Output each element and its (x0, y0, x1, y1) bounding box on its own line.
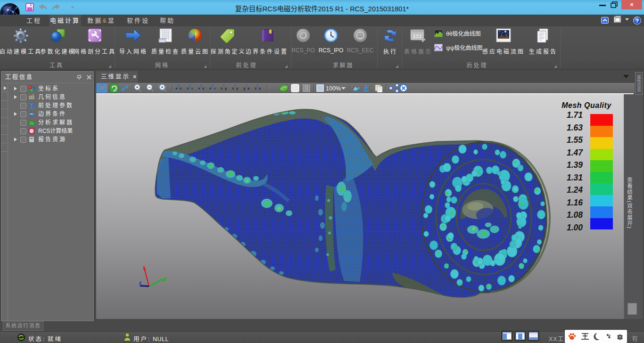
svg-text:y: y (256, 83, 259, 87)
svg-text:z: z (139, 280, 141, 285)
svg-text:y: y (189, 83, 191, 87)
svg-text:z: z (245, 83, 248, 87)
svg-text:z y: z y (232, 87, 239, 90)
svg-text:z x: z x (209, 87, 216, 90)
svg-text:y: y (200, 83, 202, 87)
svg-text:x: x (234, 83, 236, 87)
svg-text:?: ? (636, 18, 639, 24)
svg-text:z x: z x (187, 87, 193, 90)
svg-text:z y: z y (221, 87, 227, 90)
svg-text:x: x (143, 264, 146, 270)
svg-text:100%: 100% (326, 85, 341, 92)
svg-text:y: y (177, 83, 180, 87)
svg-text:y: y (164, 276, 167, 281)
svg-text:x z: x z (198, 87, 205, 90)
svg-text:x z: x z (175, 87, 182, 90)
svg-text:y x: y x (243, 87, 250, 90)
svg-text:x: x (223, 83, 225, 87)
svg-text:y: y (211, 83, 214, 87)
svg-text:z x: z x (255, 87, 261, 90)
